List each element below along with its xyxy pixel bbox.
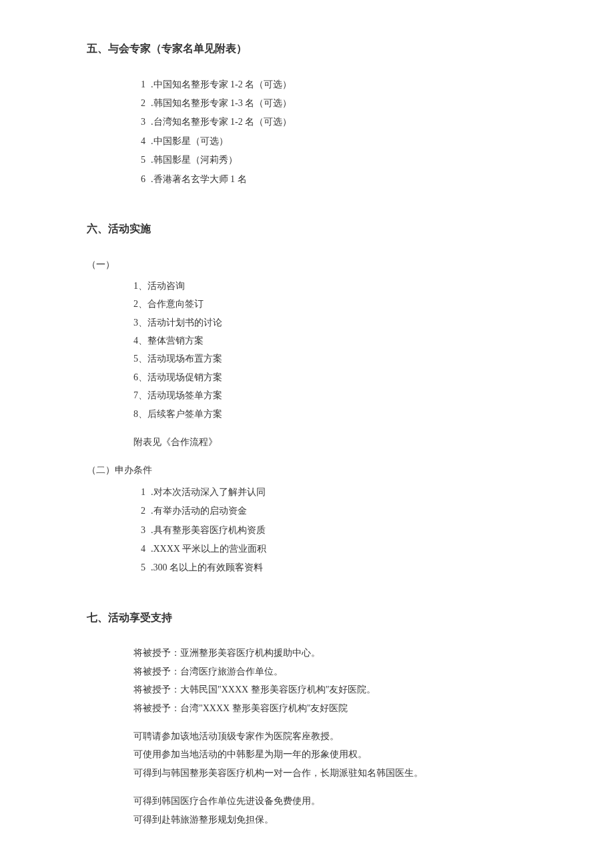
section-6-sub1-label: （一）	[87, 258, 527, 272]
para-line: 可得到赴韩旅游整形规划免担保。	[133, 813, 527, 827]
para-line: 将被授予：台湾"XXXX 整形美容医疗机构"友好医院	[133, 701, 527, 716]
item-text: .中国知名整形专家 1-2 名（可选）	[151, 79, 292, 89]
para-line: 可聘请参加该地活动顶级专家作为医院客座教授。	[133, 729, 527, 744]
list-item: 6、活动现场促销方案	[133, 370, 527, 385]
section-6-sub1-note: 附表见《合作流程》	[133, 435, 527, 450]
item-num: 4	[133, 134, 145, 149]
item-text: .有举办活动的启动资金	[151, 506, 247, 516]
para-line: 将被授予：台湾医疗旅游合作单位。	[133, 665, 527, 679]
item-num: 3	[133, 115, 145, 129]
list-item: 3.具有整形美容医疗机构资质	[133, 523, 527, 538]
list-item: 5、活动现场布置方案	[133, 352, 527, 366]
item-num: 3	[133, 523, 145, 538]
list-item: 2.韩国知名整形专家 1-3 名（可选）	[133, 96, 527, 111]
para-line: 可得到韩国医疗合作单位先进设备免费使用。	[133, 794, 527, 809]
para-line: 可使用参加当地活动的中韩影星为期一年的形象使用权。	[133, 747, 527, 762]
list-item: 1、活动咨询	[133, 279, 527, 294]
item-text: .300 名以上的有效顾客资料	[151, 562, 263, 572]
para-line: 将被授予：大韩民国"XXXX 整形美容医疗机构"友好医院。	[133, 683, 527, 697]
list-item: 3.台湾知名整形专家 1-2 名（可选）	[133, 115, 527, 129]
section-7-heading: 七、活动享受支持	[87, 609, 527, 626]
list-item: 1.对本次活动深入了解并认同	[133, 485, 527, 500]
section-7-block2: 可聘请参加该地活动顶级专家作为医院客座教授。 可使用参加当地活动的中韩影星为期一…	[133, 729, 527, 781]
item-text: .台湾知名整形专家 1-2 名（可选）	[151, 117, 292, 127]
list-item: 2、合作意向签订	[133, 297, 527, 312]
para-line: 将被授予：亚洲整形美容医疗机构援助中心。	[133, 646, 527, 661]
item-text: .韩国影星（河莉秀）	[151, 155, 238, 165]
item-num: 5	[133, 153, 145, 167]
section-5-list: 1.中国知名整形专家 1-2 名（可选） 2.韩国知名整形专家 1-3 名（可选…	[133, 77, 527, 187]
item-num: 2	[133, 504, 145, 518]
section-6-heading: 六、活动实施	[87, 220, 527, 238]
list-item: 4.XXXX 平米以上的营业面积	[133, 542, 527, 556]
para-line: 可得到与韩国整形美容医疗机构一对一合作，长期派驻知名韩国医生。	[133, 766, 527, 781]
list-item: 5.韩国影星（河莉秀）	[133, 153, 527, 167]
item-text: .中国影星（可选）	[151, 136, 228, 146]
list-item: 4、整体营销方案	[133, 334, 527, 348]
item-text: .香港著名玄学大师 1 名	[151, 174, 247, 184]
section-6-sub2-list: 1.对本次活动深入了解并认同 2.有举办活动的启动资金 3.具有整形美容医疗机构…	[133, 485, 527, 576]
section-7-block3: 可得到韩国医疗合作单位先进设备免费使用。 可得到赴韩旅游整形规划免担保。	[133, 794, 527, 827]
item-text: .对本次活动深入了解并认同	[151, 487, 266, 497]
item-text: .XXXX 平米以上的营业面积	[151, 544, 266, 554]
section-6-sub2-label: （二）申办条件	[87, 463, 527, 478]
section-6-sub1-list: 1、活动咨询 2、合作意向签订 3、活动计划书的讨论 4、整体营销方案 5、活动…	[133, 279, 527, 422]
list-item: 6.香港著名玄学大师 1 名	[133, 172, 527, 187]
item-num: 6	[133, 172, 145, 187]
list-item: 5.300 名以上的有效顾客资料	[133, 560, 527, 575]
list-item: 3、活动计划书的讨论	[133, 316, 527, 330]
item-num: 5	[133, 560, 145, 575]
list-item: 7、活动现场签单方案	[133, 388, 527, 403]
section-5-heading: 五、与会专家（专家名单见附表）	[87, 40, 527, 57]
item-text: .韩国知名整形专家 1-3 名（可选）	[151, 98, 292, 108]
list-item: 1.中国知名整形专家 1-2 名（可选）	[133, 77, 527, 92]
item-num: 1	[133, 485, 145, 500]
item-num: 4	[133, 542, 145, 556]
item-num: 1	[133, 77, 145, 92]
list-item: 4.中国影星（可选）	[133, 134, 527, 149]
list-item: 2.有举办活动的启动资金	[133, 504, 527, 518]
section-7-block1: 将被授予：亚洲整形美容医疗机构援助中心。 将被授予：台湾医疗旅游合作单位。 将被…	[133, 646, 527, 716]
list-item: 8、后续客户签单方案	[133, 407, 527, 422]
item-text: .具有整形美容医疗机构资质	[151, 525, 266, 535]
item-num: 2	[133, 96, 145, 111]
